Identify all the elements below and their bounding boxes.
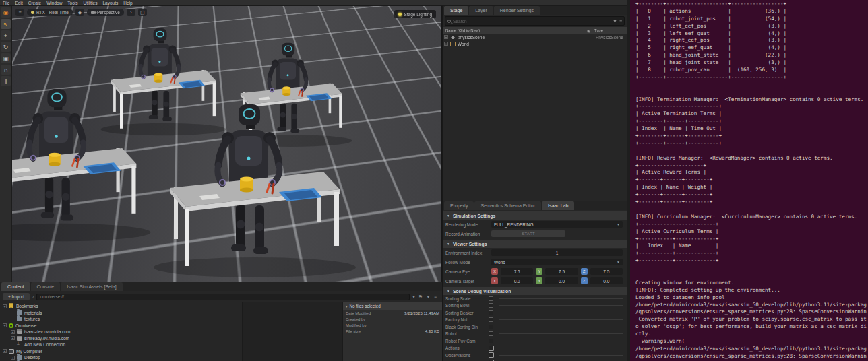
- tool-button[interactable]: ↻: [1, 42, 11, 52]
- viewport-settings-button[interactable]: ▢: [138, 9, 147, 16]
- menu-item[interactable]: Edit: [15, 0, 22, 6]
- camera-target-z-field[interactable]: 0.0: [590, 277, 623, 284]
- menu-item[interactable]: Tools: [67, 0, 78, 6]
- tree-item[interactable]: isaac-dev.ov.nvidia.com: [0, 329, 242, 335]
- tab[interactable]: Stage: [444, 6, 468, 15]
- tool-button[interactable]: ▣: [1, 53, 11, 63]
- checkbox[interactable]: [489, 346, 494, 351]
- checkbox[interactable]: [489, 331, 493, 336]
- terminal-line: +-------+------+--------+: [636, 176, 868, 184]
- camera-selector[interactable]: Perspective: [87, 9, 124, 16]
- menu-item[interactable]: Window: [46, 0, 62, 6]
- import-button[interactable]: + Import: [3, 293, 30, 300]
- tab[interactable]: Semantics Schema Editor: [474, 201, 541, 210]
- options-icon[interactable]: ≡: [619, 19, 622, 24]
- tab[interactable]: Render Settings: [494, 6, 540, 15]
- path-input[interactable]: [36, 294, 410, 300]
- expander-icon[interactable]: [11, 330, 15, 334]
- terminal-line: [INFO]: Completed setting up the environ…: [636, 287, 868, 294]
- debug-label: Black Sorting Bin: [445, 325, 489, 329]
- section-viewer-settings[interactable]: ▼ Viewer Settings: [443, 240, 627, 248]
- camera-eye-x-field[interactable]: 7.5: [501, 268, 533, 275]
- chevron-down-icon: ▼: [617, 260, 620, 264]
- tree-item[interactable]: Desktop: [0, 354, 242, 361]
- filter-icon[interactable]: ▼: [613, 19, 617, 24]
- tool-button[interactable]: ↖: [1, 19, 11, 29]
- stage-search-input[interactable]: [453, 19, 611, 24]
- type-column-header[interactable]: Type: [594, 28, 624, 32]
- follow-mode-select[interactable]: World ▼: [491, 259, 623, 265]
- expander-icon[interactable]: [3, 349, 7, 353]
- viewport-toolbar: ≡ RTX - Real Time ◆ Perspective › ▢: [16, 9, 147, 16]
- debug-visualization-row: [443, 359, 627, 361]
- start-button[interactable]: START: [491, 230, 565, 237]
- viewport-3d[interactable]: ≡ RTX - Real Time ◆ Perspective › ▢ Stag…: [12, 6, 441, 282]
- expander-icon[interactable]: [444, 42, 448, 46]
- tree-item[interactable]: My Computer: [0, 348, 242, 355]
- stage-tree-row[interactable]: World: [443, 40, 627, 47]
- checkbox[interactable]: [489, 339, 493, 343]
- checkbox[interactable]: [489, 303, 493, 308]
- expander-icon[interactable]: [3, 304, 7, 308]
- checkbox[interactable]: [489, 352, 494, 358]
- checkbox[interactable]: [489, 325, 493, 329]
- viewport-menu-button[interactable]: ≡: [16, 9, 24, 16]
- terminal-line: | Index | Name |: [636, 242, 868, 250]
- visibility-eye-icon: ◉: [587, 28, 590, 33]
- viewport-capture-button[interactable]: ◆: [75, 9, 84, 16]
- tool-button[interactable]: ∩: [1, 65, 11, 75]
- terminal-line: | Active Reward Terms |: [636, 169, 868, 176]
- toolbar-icon[interactable]: ⚑: [418, 294, 423, 299]
- viewport-expand-button[interactable]: ›: [127, 9, 135, 16]
- expander-icon[interactable]: [3, 323, 7, 327]
- expander-icon[interactable]: [11, 336, 15, 340]
- menu-item[interactable]: Create: [28, 0, 42, 6]
- tab[interactable]: Isaac Lab: [542, 201, 574, 210]
- checkbox[interactable]: [489, 310, 493, 315]
- divider: [499, 333, 623, 334]
- tree-item[interactable]: simready.ov.nvidia.com: [0, 335, 242, 342]
- details-header[interactable]: ▾ No files selected: [343, 302, 442, 310]
- tool-button[interactable]: ‖: [1, 76, 11, 86]
- tab[interactable]: Content: [1, 282, 30, 291]
- name-column-header[interactable]: Name (Old to New): [445, 28, 587, 32]
- tab[interactable]: Isaac Sim Assets [Beta]: [61, 282, 123, 291]
- camera-target-x-field[interactable]: 0.0: [501, 277, 533, 284]
- tool-button[interactable]: +: [1, 30, 11, 40]
- camera-eye-y-field[interactable]: 7.5: [545, 268, 578, 275]
- rendering-mode-select[interactable]: FULL_RENDERING ▼: [491, 221, 623, 228]
- section-simulation-settings[interactable]: ▼ Simulation Settings: [443, 211, 627, 220]
- menu-item[interactable]: File: [3, 0, 9, 6]
- file-grid-area[interactable]: [243, 302, 342, 361]
- camera-eye-z-field[interactable]: 7.5: [590, 268, 623, 275]
- toolbar-icon[interactable]: ≡: [434, 294, 437, 299]
- expander-icon[interactable]: [444, 35, 448, 39]
- menu-item[interactable]: Help: [123, 0, 132, 6]
- terminal-window[interactable]: +--------+--------------------+---------…: [630, 0, 868, 361]
- rendering-mode-row: Rendering Mode FULL_RENDERING ▼: [443, 220, 627, 229]
- section-scene-debug[interactable]: ▼ Scene Debug Visualization: [443, 287, 627, 295]
- tab[interactable]: Console: [31, 282, 61, 291]
- tree-item[interactable]: textures: [0, 316, 242, 323]
- menu-item[interactable]: Utilities: [84, 0, 98, 6]
- toolbar-icon[interactable]: ▼: [426, 294, 431, 299]
- stage-lighting-badge[interactable]: Stage Lighting: [394, 10, 436, 18]
- tab[interactable]: Property: [444, 201, 474, 210]
- camera-target-y-field[interactable]: 0.0: [545, 277, 578, 284]
- tree-item[interactable]: materials: [0, 310, 242, 317]
- sun-icon: [398, 13, 402, 16]
- tree-item[interactable]: Add New Connection ...: [0, 341, 242, 348]
- menu-item[interactable]: Layouts: [102, 0, 118, 6]
- renderer-selector[interactable]: RTX - Real Time: [27, 9, 73, 16]
- tree-item[interactable]: Bookmarks: [0, 303, 242, 310]
- tab[interactable]: Layer: [469, 6, 493, 15]
- environment-index-field[interactable]: 1: [491, 249, 623, 256]
- terminal-line: | Active Termination Terms |: [636, 110, 868, 118]
- toolbar-icon[interactable]: ▾: [412, 294, 415, 299]
- checkbox[interactable]: [489, 296, 493, 301]
- checkbox[interactable]: [489, 317, 493, 322]
- stage-tree-row[interactable]: physicsScene PhysicsScene: [443, 34, 627, 40]
- tree-item[interactable]: Omniverse: [0, 323, 242, 329]
- expander-icon[interactable]: [11, 356, 15, 360]
- tool-button[interactable]: ◉: [1, 7, 11, 18]
